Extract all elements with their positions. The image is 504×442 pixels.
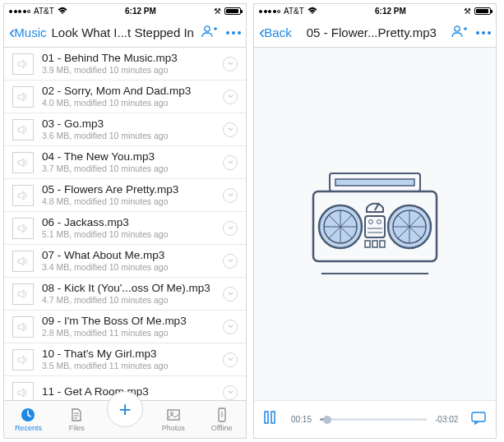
tab-recents[interactable]: Recents — [7, 407, 49, 432]
track-name: 05 - Flowers Are Pretty.mp3 — [42, 183, 215, 196]
audio-icon — [12, 316, 34, 338]
track-list: 01 - Behind The Music.mp33.9 MB, modifie… — [4, 48, 246, 400]
svg-rect-22 — [365, 216, 385, 237]
nav-bar: ‹ Back 05 - Flower...Pretty.mp3 — [254, 18, 496, 48]
track-sub: 5.1 MB, modified 10 minutes ago — [42, 229, 215, 240]
audio-icon — [12, 382, 34, 401]
track-row[interactable]: 07 - What About Me.mp33.4 MB, modified 1… — [4, 245, 246, 278]
row-more-button[interactable] — [223, 385, 238, 400]
files-icon — [68, 407, 85, 423]
comment-button[interactable] — [471, 412, 486, 427]
nav-title: Look What I...t Stepped In — [50, 25, 199, 39]
svg-rect-31 — [265, 412, 268, 423]
tab-files[interactable]: Files — [56, 407, 97, 432]
track-name: 07 - What About Me.mp3 — [42, 249, 215, 262]
seek-slider[interactable] — [320, 418, 427, 421]
carrier-label: AT&T — [34, 7, 54, 16]
track-name: 08 - Kick It (You'...oss Of Me).mp3 — [42, 282, 215, 295]
more-button[interactable] — [226, 31, 241, 35]
nav-title: 05 - Flower...Pretty.mp3 — [295, 25, 448, 39]
phone-left: AT&T 6:12 PM ⚒ ‹ Music Look What I...t S… — [3, 3, 247, 439]
back-label: Music — [14, 25, 46, 39]
track-name: 02 - Sorry, Mom And Dad.mp3 — [42, 85, 215, 98]
svg-rect-27 — [365, 241, 370, 247]
remaining-time: -03:02 — [435, 415, 463, 424]
row-more-button[interactable] — [223, 254, 238, 269]
add-button[interactable]: + — [107, 391, 143, 427]
boombox-icon — [293, 159, 457, 290]
battery-icon — [474, 7, 491, 15]
track-sub: 4.8 MB, modified 10 minutes ago — [42, 196, 215, 207]
track-sub: 3.9 MB, modified 10 minutes ago — [42, 65, 215, 76]
track-row[interactable]: 01 - Behind The Music.mp33.9 MB, modifie… — [4, 48, 246, 81]
svg-rect-32 — [271, 412, 275, 423]
tab-offline[interactable]: Offline — [201, 407, 243, 432]
row-more-button[interactable] — [223, 188, 238, 203]
bluetooth-icon: ⚒ — [464, 7, 471, 16]
track-row[interactable]: 05 - Flowers Are Pretty.mp34.8 MB, modif… — [4, 179, 246, 212]
svg-rect-33 — [472, 412, 485, 421]
wifi-icon — [58, 7, 67, 16]
bluetooth-icon: ⚒ — [214, 7, 221, 16]
phone-right: AT&T 6:12 PM ⚒ ‹ Back 05 - Flower...Pret… — [253, 3, 497, 439]
offline-icon — [214, 407, 230, 423]
audio-icon — [12, 283, 34, 305]
track-row[interactable]: 02 - Sorry, Mom And Dad.mp34.0 MB, modif… — [4, 81, 246, 113]
audio-icon — [12, 251, 34, 272]
row-more-button[interactable] — [223, 155, 238, 170]
track-name: 09 - I'm The Boss Of Me.mp3 — [42, 315, 215, 328]
track-name: 03 - Go.mp3 — [42, 117, 215, 131]
signal-dots-icon — [259, 10, 280, 13]
signal-dots-icon — [9, 10, 30, 13]
svg-rect-29 — [380, 241, 385, 247]
svg-rect-28 — [372, 241, 377, 247]
add-person-button[interactable] — [451, 25, 468, 41]
track-name: 04 - The New You.mp3 — [42, 150, 215, 163]
track-name: 01 - Behind The Music.mp3 — [42, 52, 215, 65]
back-button[interactable]: ‹ Back — [259, 24, 292, 42]
audio-icon — [12, 86, 34, 108]
clock-label: 6:12 PM — [125, 7, 156, 16]
svg-point-0 — [205, 25, 210, 30]
battery-icon — [224, 7, 241, 15]
clock-label: 6:12 PM — [375, 7, 406, 16]
track-row[interactable]: 08 - Kick It (You'...oss Of Me).mp34.7 M… — [4, 278, 246, 311]
row-more-button[interactable] — [223, 122, 238, 137]
play-bar: 00:15 -03:02 — [254, 400, 496, 438]
carrier-label: AT&T — [284, 7, 304, 16]
row-more-button[interactable] — [223, 221, 238, 236]
row-more-button[interactable] — [223, 352, 238, 367]
tab-photos[interactable]: Photos — [153, 407, 194, 432]
svg-point-5 — [455, 25, 460, 30]
row-more-button[interactable] — [223, 90, 238, 104]
track-row[interactable]: 06 - Jackass.mp35.1 MB, modified 10 minu… — [4, 212, 246, 245]
player-artwork — [254, 48, 496, 400]
track-row[interactable]: 09 - I'm The Boss Of Me.mp32.8 MB, modif… — [4, 311, 246, 343]
add-person-button[interactable] — [201, 25, 218, 41]
row-more-button[interactable] — [223, 57, 238, 71]
photos-icon — [165, 407, 182, 423]
track-sub: 3.6 MB, modified 10 minutes ago — [42, 131, 215, 141]
elapsed-time: 00:15 — [284, 415, 312, 424]
track-row[interactable]: 10 - That's My Girl.mp33.5 MB, modified … — [4, 343, 246, 376]
tab-label: Photos — [162, 424, 185, 432]
audio-icon — [12, 152, 34, 173]
audio-icon — [12, 119, 34, 140]
track-sub: 3.5 MB, modified 11 minutes ago — [42, 361, 215, 371]
track-sub: 4.7 MB, modified 10 minutes ago — [42, 295, 215, 306]
back-label: Back — [264, 25, 291, 39]
svg-rect-7 — [335, 179, 414, 186]
track-row[interactable]: 03 - Go.mp33.6 MB, modified 10 minutes a… — [4, 113, 246, 146]
track-row[interactable]: 04 - The New You.mp33.7 MB, modified 10 … — [4, 146, 246, 179]
track-sub: 3.4 MB, modified 10 minutes ago — [42, 262, 215, 273]
audio-icon — [12, 349, 34, 371]
wifi-icon — [307, 7, 317, 16]
back-button[interactable]: ‹ Music — [9, 24, 47, 42]
pause-button[interactable] — [264, 411, 275, 428]
row-more-button[interactable] — [223, 320, 238, 334]
svg-point-3 — [170, 412, 173, 415]
track-sub: 4.0 MB, modified 10 minutes ago — [42, 98, 215, 108]
row-more-button[interactable] — [223, 287, 238, 302]
tab-bar: Recents Files Photos Offline + — [4, 400, 246, 438]
more-button[interactable] — [476, 31, 491, 35]
